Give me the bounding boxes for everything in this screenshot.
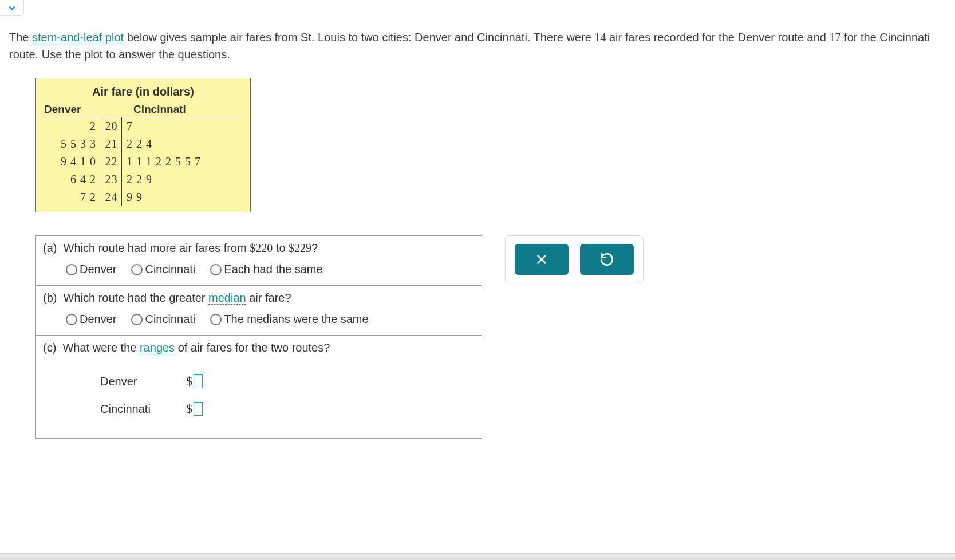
radio-icon [210,264,222,275]
question-a: (a) Which route had more air fares from … [36,236,482,286]
link-stem-and-leaf[interactable]: stem-and-leaf plot [32,31,124,44]
stemleaf-row: 9 4 1 0 22 1 1 1 2 2 5 5 7 [44,153,242,171]
input-cincinnati-range[interactable] [194,402,203,416]
stem-leaf-plot: Air fare (in dollars) Denver Cincinnati … [35,78,251,212]
stemleaf-row: 2 20 7 [44,117,242,135]
stemleaf-row: 7 2 24 9 9 [44,188,242,206]
plot-title: Air fare (in dollars) [44,84,242,103]
stemleaf-row: 6 4 2 23 2 2 9 [44,171,242,188]
radio-icon [210,314,222,325]
undo-icon [599,252,614,267]
radio-a-same[interactable]: Each had the same [210,263,322,276]
link-ranges[interactable]: ranges [140,341,175,354]
questions-panel: (a) Which route had more air fares from … [35,235,482,439]
header-denver: Denver [44,103,107,116]
intro-text: The stem-and-leaf plot below gives sampl… [9,29,946,63]
link-median[interactable]: median [208,291,246,305]
chevron-down-icon [6,2,18,14]
radio-icon [131,314,143,325]
input-denver-range[interactable] [194,374,203,388]
radio-icon [131,264,143,275]
question-b: (b) Which route had the greater median a… [36,286,482,336]
question-c: (c) What were the ranges of air fares fo… [36,336,482,438]
header-cincinnati: Cincinnati [133,103,186,116]
stemleaf-row: 5 5 3 3 21 2 2 4 [44,135,242,153]
expand-toggle[interactable] [0,0,24,16]
radio-b-denver[interactable]: Denver [66,313,116,326]
close-button[interactable] [515,244,569,275]
radio-b-cincinnati[interactable]: Cincinnati [131,313,195,326]
close-icon [534,252,549,267]
radio-icon [66,264,77,275]
radio-a-cincinnati[interactable]: Cincinnati [131,263,195,276]
reset-button[interactable] [580,244,634,275]
radio-icon [66,314,77,325]
radio-a-denver[interactable]: Denver [66,263,116,276]
range-row-denver: Denver $ [100,374,475,389]
actions-panel [505,235,644,283]
range-row-cincinnati: Cincinnati $ [100,401,475,416]
radio-b-same[interactable]: The medians were the same [210,313,368,326]
